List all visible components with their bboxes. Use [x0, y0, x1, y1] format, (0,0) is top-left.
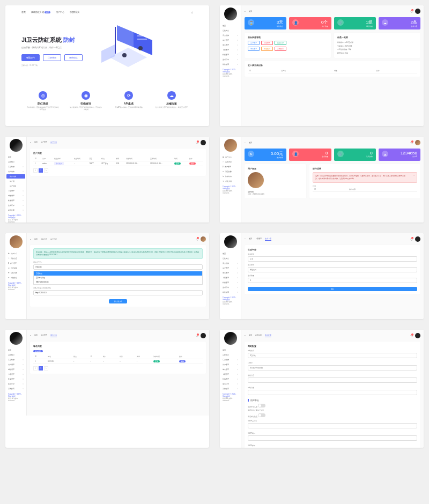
site-name-input[interactable]: [248, 353, 417, 358]
hero-subtitle: 已经屏蔽：腾讯内置域打开，助你一臂之力: [21, 46, 83, 49]
sys-config-panel: 首页 总控制台 后台数据∨ 用户管理∨ 域名管理∨ 卡密管理∨ 轮播管理∨ 生成…: [220, 330, 424, 448]
count-input[interactable]: [248, 278, 417, 283]
hero-meta: 更新时间：V1.2.1下载: [21, 64, 83, 66]
dropdown-options: 普通防红 QQ域名防红 360 / QQ同时防红: [33, 271, 203, 285]
tag-log[interactable]: 生成记录: [275, 41, 286, 45]
side-user[interactable]: 用户管理∨: [221, 38, 240, 42]
nav-user[interactable]: 用户中心: [56, 11, 64, 13]
user-icon: 👤: [292, 19, 299, 26]
user-icon[interactable]: △: [191, 11, 193, 13]
url-input[interactable]: [33, 290, 203, 295]
delete-btn[interactable]: 操作: [189, 162, 196, 165]
add-domain-btn[interactable]: 添加域名: [33, 350, 43, 352]
avatar[interactable]: [224, 139, 237, 152]
sidebar: 首页 总控制台 后台数据∨ 用户管理∨ 域名管理∨ 卡密管理∨ 轮播管理∨ 生成…: [220, 5, 241, 126]
landing-panel: 首页 高级防红介绍 NEW 用户中心 QQ联系我 △ JI卫云防红系统 防封 已…: [5, 5, 209, 126]
side-console[interactable]: 总控制台: [221, 28, 240, 33]
hero-illustration: [93, 24, 163, 78]
side-domain[interactable]: 域名管理∨: [221, 43, 240, 47]
side-sys[interactable]: 系统配置∨: [221, 62, 240, 66]
announce-input[interactable]: [248, 390, 417, 395]
btn-detail[interactable]: 详细使用: [43, 54, 61, 61]
stat-gen: 👤0生成数量: [289, 149, 331, 161]
shield-icon: ◎: [39, 91, 47, 100]
gen-key-panel: 首页 总控制台 后台数据∨ 用户管理∨ 域名管理∨ 卡密管理∨ 轮播管理∨ 生成…: [220, 233, 424, 319]
user-list-card: 用户列表 ID用户状态类型状态时间QQ邮箱余额创建时间更新时间时间操作 1adm…: [30, 149, 206, 176]
nav-home[interactable]: 首页: [21, 11, 26, 13]
hero-title: JI卫云防红系统 防封: [21, 36, 83, 44]
svg-marker-4: [101, 45, 115, 63]
tag-user[interactable]: 用户管理: [248, 41, 260, 45]
table-row[interactable]: 1admin永久会员-784***78***@q0.002020-10-01 0…: [33, 161, 203, 166]
user-center-panel: ✪ 用户中心 ♡ 我的信息 $ 账户管理 ✉ 消息提醒 ⚑ 短链列表 ✈ 对接文…: [220, 137, 424, 223]
side-data[interactable]: 后台数据∨: [221, 33, 240, 38]
api-icon: ⟳: [124, 91, 133, 100]
hourglass-icon: ⌛: [248, 19, 254, 26]
level-select[interactable]: 体验会员: [248, 267, 417, 272]
breadcrumb: ≡首页: [245, 10, 252, 12]
close-icon[interactable]: ×: [413, 174, 415, 177]
avatar[interactable]: [224, 8, 237, 20]
confirm-btn[interactable]: 确认: [248, 287, 417, 291]
svg-rect-3: [115, 27, 116, 54]
stat-domains: 🔗1组域名数量: [334, 17, 376, 29]
stat-users: 👤0个用户数量: [289, 17, 331, 29]
footer: Copyright © 2020 - Starry模板版权 All rights…: [221, 67, 240, 79]
type-select[interactable]: 普通防红: [33, 264, 203, 270]
main: ≡首页 ♡2 ⌛3天系统状态 👤0个用户数量 🔗1组域名数量 ☁2条生成卡密 后…: [241, 5, 424, 126]
svg-point-6: [138, 46, 143, 50]
user-list-panel: 首页 总控制台 后台数据∨ 用户列表∧ 用户列表 用户组 用户权限 卡密管理∨ …: [5, 137, 209, 223]
nav-card: 后台快速导航 用户管理 卡密管理 生成记录 域名管理 轮播图片 系统配置: [245, 33, 331, 58]
cloud-icon: ☁: [382, 19, 388, 26]
admin-dashboard: 首页 总控制台 后台数据∨ 用户管理∨ 域名管理∨ 卡密管理∨ 轮播管理∨ 生成…: [220, 5, 424, 126]
bell-icon[interactable]: ♡2: [196, 141, 198, 145]
register-switch[interactable]: [258, 404, 265, 407]
top-nav: 首页 高级防红介绍 NEW 用户中心 QQ联系我 △: [21, 11, 193, 13]
feat-2: ◉扫描查询加入检测后，可进行系统检测域名，开放任何人检测: [70, 91, 102, 110]
tag-card[interactable]: 卡密管理: [261, 41, 273, 45]
info-alert: 使用说明：填写入口(Url)防红地址后点击提交即可自动生成防红链接，复制即可！如…: [33, 248, 203, 259]
svg-marker-1: [134, 32, 152, 55]
email-switch[interactable]: [258, 413, 265, 417]
svg-point-5: [122, 53, 127, 57]
log-table: ID用户名域名操作: [248, 69, 417, 73]
tag-sys[interactable]: 系统配置: [275, 47, 286, 51]
ops-card: 操作记录 温馨：请认真仔细阅读提醒醒目规则防红规则，否则给予警告。清醒自己登录。…: [309, 164, 420, 198]
logo-input[interactable]: [248, 365, 417, 370]
btn-free[interactable]: 免费防红: [64, 54, 83, 61]
log-card: 近十条生成记录 ID用户名域名操作: [245, 61, 420, 77]
nav-qq[interactable]: QQ联系我: [70, 11, 79, 13]
user-table: ID用户状态类型状态时间QQ邮箱余额创建时间更新时间时间操作 1admin永久会…: [33, 157, 203, 166]
cloud-icon: ☁: [167, 91, 176, 100]
domain-table: ID域名状态IP端口协议类型添加时间操作 1127.0.0.1-----正常编辑: [33, 354, 203, 364]
feat-1: ◎防红系统不覆盖系统，直接使用网址无法打开自身域名即可生效: [27, 91, 59, 110]
avatar[interactable]: [10, 139, 23, 152]
hero-text: JI卫云防红系统 防封 已经屏蔽：腾讯内置域打开，助你一臂之力 领取操作 详细使…: [21, 36, 83, 66]
stat-days: ⌛3天系统状态: [245, 17, 286, 29]
bell-icon[interactable]: ♡2: [410, 10, 413, 13]
side-log[interactable]: 生成记录∨: [221, 57, 240, 62]
stat-balance: $0.00元账户余额: [245, 149, 286, 161]
type-select[interactable]: 月卡: [248, 256, 417, 262]
mini-avatar[interactable]: [415, 9, 420, 14]
new-badge: NEW: [45, 11, 50, 13]
desc-input[interactable]: [248, 377, 417, 383]
generate-panel: ✪ 用户中心 ♡ 我的信息 $ 账户管理 ✉ 消息提醒 ⚑ 短链列表 ✈ 对接文…: [5, 233, 209, 319]
tag-banner[interactable]: 轮播图片: [261, 47, 273, 51]
pagination: ‹1›: [33, 168, 203, 173]
side-card[interactable]: 卡密管理∨: [221, 48, 240, 52]
link-icon: 🔗: [337, 19, 344, 26]
btn-primary[interactable]: 领取操作: [21, 54, 40, 61]
feat-3: ⟳API集成开放API接口调用，更起来程序带来便捷: [113, 91, 145, 110]
scan-icon: ◉: [82, 91, 90, 100]
domain-list-panel: 首页 总控制台 后台数据∨ 用户管理∨ 域名管理∨ 卡密管理∨ 轮播管理∨ 生成…: [5, 330, 209, 448]
tag-domain[interactable]: 域名管理: [248, 47, 260, 51]
stat-cards: ☁2条生成卡密: [379, 17, 420, 29]
sidebar: 首页 总控制台 后台数据∨ 用户列表∧ 用户列表 用户组 用户权限 卡密管理∨ …: [5, 137, 27, 223]
side-banner[interactable]: 轮播管理∨: [221, 53, 240, 57]
table-row[interactable]: 1127.0.0.1-----正常编辑: [33, 359, 203, 364]
feat-4: ☁后端方案强大的后台管理系统报表显示，助你更好管理: [156, 91, 188, 110]
submit-btn[interactable]: 提 交 生 成: [109, 299, 128, 303]
side-home[interactable]: 首页: [221, 24, 240, 28]
nav-intro[interactable]: 高级防红介绍 NEW: [31, 11, 50, 13]
